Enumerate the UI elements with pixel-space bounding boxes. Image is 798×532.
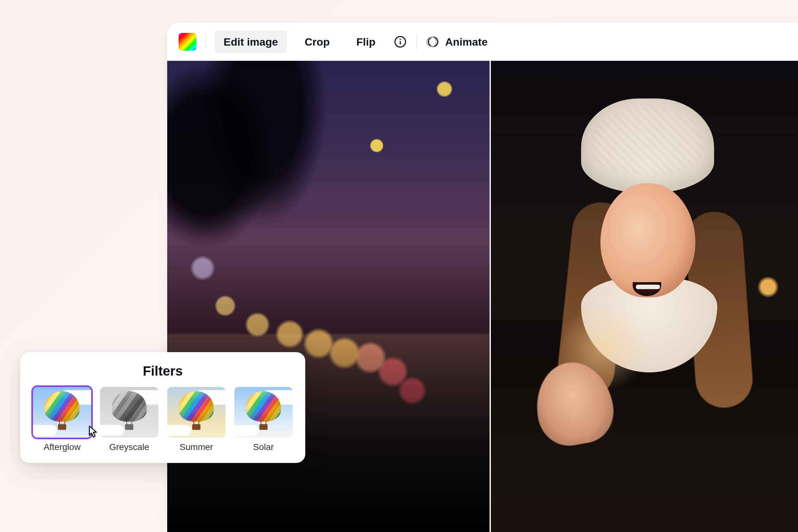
- filter-thumb: [167, 387, 226, 438]
- animate-label: Animate: [445, 36, 488, 48]
- filter-solar[interactable]: Solar: [234, 387, 292, 452]
- animate-button[interactable]: Animate: [425, 35, 488, 49]
- canvas-image-right[interactable]: [491, 61, 798, 532]
- info-icon[interactable]: [393, 35, 407, 49]
- filter-summer[interactable]: Summer: [167, 387, 226, 452]
- filter-thumb: [33, 387, 91, 438]
- svg-point-2: [400, 39, 401, 40]
- color-picker-swatch[interactable]: [178, 33, 196, 51]
- filter-label: Summer: [179, 442, 213, 452]
- filter-label: Solar: [253, 442, 273, 452]
- filter-label: Afterglow: [44, 442, 81, 452]
- animate-icon: [425, 35, 439, 49]
- filter-afterglow[interactable]: Afterglow: [33, 387, 91, 452]
- portrait-illustration: [491, 61, 798, 532]
- filters-row: Afterglow Greyscale Summer: [33, 387, 292, 452]
- filter-label: Greyscale: [109, 442, 149, 452]
- filter-thumb: [100, 387, 158, 438]
- toolbar-divider: [205, 34, 206, 50]
- filter-thumb: [234, 387, 292, 438]
- crop-button[interactable]: Crop: [296, 31, 339, 53]
- filters-title: Filters: [33, 363, 292, 379]
- filters-popover: Filters Afterglow Greyscale: [20, 352, 305, 463]
- flip-button[interactable]: Flip: [347, 31, 384, 53]
- filter-greyscale[interactable]: Greyscale: [100, 387, 158, 452]
- edit-image-button[interactable]: Edit image: [215, 31, 287, 53]
- image-toolbar: Edit image Crop Flip Animate: [167, 23, 798, 61]
- toolbar-divider: [416, 34, 417, 50]
